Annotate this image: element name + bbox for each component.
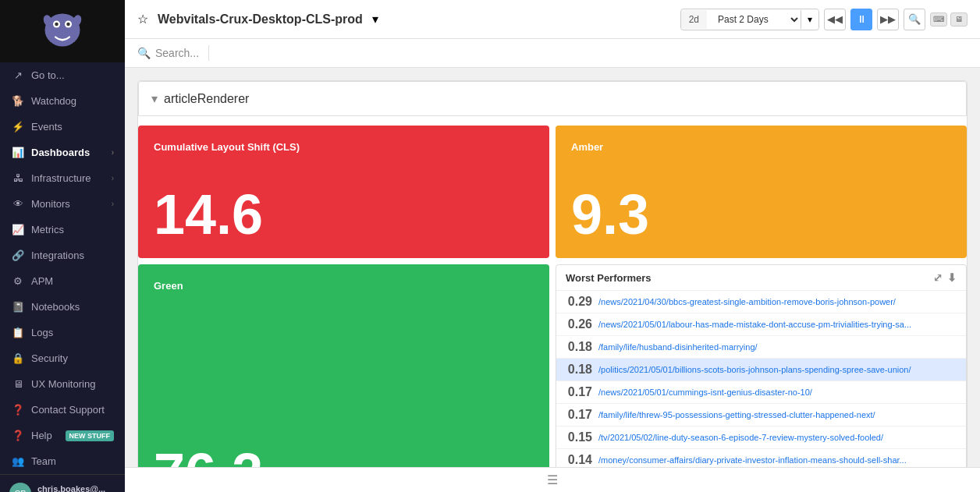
search-divider xyxy=(208,45,209,61)
sidebar-icon-team: 👥 xyxy=(11,455,25,467)
wp-score: 0.26 xyxy=(564,317,592,331)
sidebar-label-infrastructure: Infrastructure xyxy=(31,172,105,184)
wp-score: 0.29 xyxy=(564,295,592,309)
list-icon[interactable]: ☰ xyxy=(547,473,558,487)
prev-button[interactable]: ◀◀ xyxy=(824,9,846,30)
wp-title: Worst Performers xyxy=(566,272,652,284)
sidebar-icon-events: ⚡ xyxy=(11,121,25,133)
cls-card-value: 14.6 xyxy=(154,186,534,242)
play-pause-button[interactable]: ⏸ xyxy=(850,9,872,30)
user-profile[interactable]: CB chris.boakes@... Telegraph Media... xyxy=(0,474,125,492)
topbar-controls: 2d Past 2 Days ▾ ◀◀ ⏸ ▶▶ 🔍 ⌨ 🖥 xyxy=(680,9,968,30)
green-card-value: 76.2 xyxy=(154,445,534,467)
wp-url[interactable]: /news/2021/04/30/bbcs-greatest-single-am… xyxy=(598,297,958,306)
wp-row[interactable]: 0.29 /news/2021/04/30/bbcs-greatest-sing… xyxy=(556,291,966,313)
screen-icon: 🖥 xyxy=(950,12,968,27)
sidebar-item-goto[interactable]: ↗ Go to... xyxy=(0,62,125,88)
sidebar-label-watchdog: Watchdog xyxy=(31,95,114,107)
sidebar-label-goto: Go to... xyxy=(31,69,114,81)
sidebar-item-security[interactable]: 🔒 Security xyxy=(0,345,125,371)
arrow-monitors: › xyxy=(112,200,114,208)
wp-score: 0.17 xyxy=(564,385,592,399)
logo xyxy=(0,0,125,62)
sidebar-item-metrics[interactable]: 📈 Metrics xyxy=(0,217,125,242)
global-search-button[interactable]: 🔍 xyxy=(904,9,925,30)
time-preset-button[interactable]: 2d xyxy=(681,10,707,29)
sidebar-item-notebooks[interactable]: 📓 Notebooks xyxy=(0,294,125,320)
wp-score: 0.18 xyxy=(564,363,592,377)
sidebar-label-monitors: Monitors xyxy=(31,198,105,210)
sidebar-item-team[interactable]: 👥 Team xyxy=(0,448,125,474)
wp-rows: 0.29 /news/2021/04/30/bbcs-greatest-sing… xyxy=(556,291,966,467)
wp-url[interactable]: /family/life/threw-95-possessions-gettin… xyxy=(598,410,958,419)
amber-card: Amber 9.3 xyxy=(556,126,967,258)
wp-url[interactable]: /politics/2021/05/01/billions-scots-bori… xyxy=(598,365,958,374)
sidebar-item-dashboards[interactable]: 📊 Dashboards › xyxy=(0,140,125,165)
sidebar-item-apm[interactable]: ⚙ APM xyxy=(0,268,125,294)
worst-performers-panel: Worst Performers ⤢ ⬇ 0.29 /news/2021/04/… xyxy=(556,264,967,467)
search-label[interactable]: Search... xyxy=(155,47,199,59)
collapse-icon[interactable]: ▾ xyxy=(151,91,158,106)
wp-row[interactable]: 0.17 /family/life/threw-95-possessions-g… xyxy=(556,404,966,427)
green-card: Green 76.2 xyxy=(138,264,549,467)
wp-score: 0.18 xyxy=(564,340,592,354)
wp-row[interactable]: 0.18 /family/life/husband-disinherited-m… xyxy=(556,336,966,359)
badge-help: NEW STUFF xyxy=(66,430,115,441)
sidebar-item-integrations[interactable]: 🔗 Integrations xyxy=(0,242,125,268)
sidebar-label-security: Security xyxy=(31,352,114,364)
avatar: CB xyxy=(9,483,31,492)
wp-header: Worst Performers ⤢ ⬇ xyxy=(556,265,966,291)
expand-icon[interactable]: ⤢ xyxy=(933,271,943,284)
wp-score: 0.15 xyxy=(564,430,592,444)
sidebar-label-dashboards: Dashboards xyxy=(31,147,105,158)
next-button[interactable]: ▶▶ xyxy=(877,9,899,30)
bottombar: ☰ xyxy=(125,467,980,492)
sidebar-icon-notebooks: 📓 xyxy=(11,301,25,313)
sidebar-item-logs[interactable]: 📋 Logs xyxy=(0,320,125,345)
wp-row[interactable]: 0.18 /politics/2021/05/01/billions-scots… xyxy=(556,359,966,381)
main-panel: ☆ Webvitals-Crux-Desktop-CLS-prod ▾ 2d P… xyxy=(125,0,980,492)
wp-row[interactable]: 0.15 /tv/2021/05/02/line-duty-season-6-e… xyxy=(556,427,966,449)
sidebar-icon-watchdog: 🐕 xyxy=(11,95,25,107)
user-info: chris.boakes@... Telegraph Media... xyxy=(37,484,108,492)
sidebar-icon-integrations: 🔗 xyxy=(11,250,25,261)
wp-actions: ⤢ ⬇ xyxy=(933,271,957,284)
section-title: articleRenderer xyxy=(164,92,249,106)
wp-url[interactable]: /money/consumer-affairs/diary-private-in… xyxy=(598,455,958,465)
green-card-title: Green xyxy=(154,280,534,292)
favorite-icon[interactable]: ☆ xyxy=(137,12,148,27)
sidebar-item-infrastructure[interactable]: 🖧 Infrastructure › xyxy=(0,165,125,191)
section-wrapper: ▾ articleRenderer Cumulative Layout Shif… xyxy=(137,80,968,467)
time-range-dropdown-icon[interactable]: ▾ xyxy=(801,10,818,29)
arrow-dashboards: › xyxy=(112,148,114,157)
sidebar-icon-dashboards: 📊 xyxy=(11,147,25,158)
wp-row[interactable]: 0.17 /news/2021/05/01/cummings-isnt-geni… xyxy=(556,381,966,404)
svg-point-4 xyxy=(66,23,70,27)
svg-point-3 xyxy=(55,23,59,27)
wp-url[interactable]: /family/life/husband-disinherited-marryi… xyxy=(598,342,958,352)
searchbar: 🔍 Search... xyxy=(125,39,980,68)
section-header: ▾ articleRenderer xyxy=(138,81,967,116)
wp-row[interactable]: 0.26 /news/2021/05/01/labour-has-made-mi… xyxy=(556,313,966,336)
wp-url[interactable]: /news/2021/05/01/cummings-isnt-genius-di… xyxy=(598,388,958,397)
arrow-infrastructure: › xyxy=(112,174,114,182)
download-icon[interactable]: ⬇ xyxy=(947,271,957,284)
search-wrap[interactable]: 🔍 Search... xyxy=(137,47,199,59)
wp-row[interactable]: 0.14 /money/consumer-affairs/diary-priva… xyxy=(556,449,966,467)
wp-score: 0.14 xyxy=(564,453,592,467)
time-range-select[interactable]: Past 2 Days xyxy=(707,9,801,30)
cls-card: Cumulative Layout Shift (CLS) 14.6 xyxy=(138,126,549,258)
sidebar-label-metrics: Metrics xyxy=(31,224,114,235)
wp-url[interactable]: /tv/2021/05/02/line-duty-season-6-episod… xyxy=(598,433,958,442)
sidebar-item-monitors[interactable]: 👁 Monitors › xyxy=(0,191,125,217)
sidebar-item-watchdog[interactable]: 🐕 Watchdog xyxy=(0,88,125,114)
sidebar-item-events[interactable]: ⚡ Events xyxy=(0,114,125,140)
sidebar: ↗ Go to... 🐕 Watchdog ⚡ Events 📊 Dashboa… xyxy=(0,0,125,492)
keyboard-shortcut-icons: ⌨ 🖥 xyxy=(930,12,968,27)
content-area: ▾ articleRenderer Cumulative Layout Shif… xyxy=(125,68,980,467)
wp-url[interactable]: /news/2021/05/01/labour-has-made-mistake… xyxy=(598,320,958,329)
sidebar-item-help[interactable]: ❓ Help NEW STUFF xyxy=(0,423,125,448)
title-dropdown-icon[interactable]: ▾ xyxy=(372,12,378,27)
sidebar-item-ux[interactable]: 🖥 UX Monitoring xyxy=(0,371,125,397)
sidebar-item-support[interactable]: ❓ Contact Support xyxy=(0,397,125,423)
